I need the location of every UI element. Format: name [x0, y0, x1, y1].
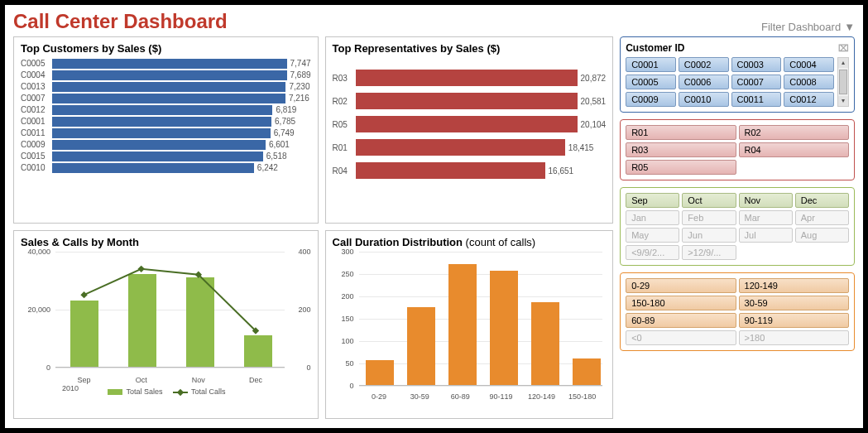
dist-bar [407, 307, 435, 386]
customer-bar-row: C00106,242 [21, 162, 311, 173]
slicer-item[interactable]: 90-119 [739, 313, 849, 328]
customer-bar [52, 152, 263, 161]
rep-bar-label: R03 [333, 74, 356, 83]
dist-axis-tick: 100 [333, 337, 357, 345]
slicer-item[interactable]: C0002 [679, 57, 729, 72]
combo-category-label: Dec [227, 376, 284, 384]
duration-slicer: 0-29120-149150-18030-5960-8990-119<0>180 [620, 272, 855, 351]
customer-bar-value: 6,749 [274, 128, 295, 137]
sales-calls-title: Sales & Calls by Month [21, 236, 311, 248]
slicer-item[interactable]: R04 [739, 142, 849, 157]
dist-axis-tick: 150 [333, 315, 357, 323]
dist-axis-tick: 0 [333, 382, 357, 390]
rep-bar-label: R04 [333, 166, 356, 176]
slicer-item[interactable]: Jul [739, 228, 793, 243]
slicer-item[interactable]: Jan [626, 210, 679, 225]
slicer-item[interactable]: C0010 [679, 92, 729, 107]
slicer-item[interactable]: 30-59 [739, 296, 849, 310]
slicer-item[interactable]: May [626, 228, 679, 243]
top-customers-panel: Top Customers by Sales ($) C00057,747C00… [13, 36, 319, 224]
slicer-item[interactable]: R03 [626, 142, 736, 157]
slicer-item[interactable]: C0007 [731, 75, 782, 89]
slicer-item[interactable]: Oct [682, 193, 736, 208]
slicer-item[interactable]: 120-149 [739, 278, 849, 293]
customer-bar-row: C00077,216 [21, 93, 311, 103]
dist-bar [573, 358, 601, 385]
slicer-item[interactable]: Dec [795, 193, 849, 208]
slicer-item[interactable]: 0-29 [626, 278, 736, 293]
page-title: Call Center Dashboard [13, 10, 228, 33]
slicer-item[interactable]: Sep [626, 193, 679, 208]
dist-category-label: 60-89 [440, 392, 481, 401]
slicer-item[interactable]: C0012 [784, 92, 834, 107]
scroll-up-icon[interactable]: ▴ [838, 58, 848, 68]
rep-bar-row: R0118,415 [333, 139, 607, 156]
slicer-item[interactable]: Nov [739, 193, 793, 208]
customer-bar-value: 6,601 [269, 140, 290, 149]
rep-bar-value: 20,872 [581, 74, 607, 83]
dist-axis-tick: 250 [333, 270, 357, 278]
scroll-thumb[interactable] [839, 70, 847, 94]
slicer-item[interactable]: <0 [626, 330, 736, 345]
rep-bar-row: R0520,104 [333, 116, 607, 132]
slicer-item[interactable]: R02 [739, 125, 849, 140]
clear-filter-icon[interactable]: ⌧ [838, 43, 849, 54]
combo-category-label: Oct [113, 376, 170, 384]
dist-category-label: 150-180 [562, 392, 602, 401]
dist-bar [448, 264, 477, 385]
customer-bar-label: C0011 [21, 128, 52, 137]
axis-tick-right: 200 [286, 306, 311, 314]
slicer-item[interactable]: Apr [795, 210, 849, 225]
rep-bar-label: R05 [333, 120, 356, 129]
slicer-item[interactable]: C0008 [784, 75, 834, 89]
customer-bar [52, 105, 272, 115]
customer-bar [52, 70, 287, 80]
customer-bar-row: C00126,819 [21, 104, 311, 115]
slicer-item[interactable]: C0001 [626, 57, 676, 72]
slicer-item[interactable]: >12/9/... [682, 245, 736, 260]
axis-tick-left: 40,000 [21, 248, 54, 256]
customer-scrollbar[interactable]: ▴ ▾ [837, 57, 849, 107]
customer-bar-row: C00096,601 [21, 139, 311, 150]
duration-panel: Call Duration Distribution (count of cal… [325, 230, 614, 419]
customer-bar-row: C00116,749 [21, 127, 311, 138]
customer-bar-row: C00137,230 [21, 81, 311, 92]
slicer-item[interactable]: R01 [626, 125, 736, 140]
slicer-item[interactable]: C0011 [731, 92, 782, 107]
customer-bar [52, 117, 271, 127]
customer-slicer: Customer ID ⌧ C0001C0002C0003C0004C0005C… [620, 36, 855, 113]
slicer-item[interactable]: R05 [626, 160, 736, 175]
filter-dashboard-link[interactable]: Filter Dashboard ▼ [761, 21, 855, 33]
rep-bar-row: R0220,581 [333, 93, 607, 109]
rep-bar-label: R01 [333, 143, 356, 152]
customer-bar-row: C00016,785 [21, 116, 311, 127]
duration-title: Call Duration Distribution (count of cal… [333, 236, 607, 248]
slicer-item[interactable]: >180 [739, 330, 849, 345]
slicer-item[interactable]: Mar [739, 210, 793, 225]
month-slicer: SepOctNovDecJanFebMarAprMayJunJulAug<9/9… [620, 187, 855, 266]
rep-bar [356, 93, 578, 109]
customer-bar-value: 7,230 [289, 82, 309, 91]
slicer-item[interactable]: C0005 [626, 75, 676, 89]
customer-bar-value: 6,785 [275, 117, 295, 126]
axis-tick-left: 20,000 [21, 306, 54, 314]
customer-bar-label: C0009 [21, 140, 52, 149]
rep-bar-value: 18,415 [568, 143, 594, 152]
slicer-item[interactable]: Jun [682, 228, 736, 243]
slicer-item[interactable]: C0004 [784, 57, 834, 72]
slicer-item[interactable]: 150-180 [626, 296, 736, 310]
rep-bar-value: 20,581 [581, 97, 607, 106]
rep-bar [356, 116, 578, 132]
scroll-down-icon[interactable]: ▾ [838, 96, 848, 106]
slicer-item[interactable]: Feb [682, 210, 736, 225]
rep-bar-row: R0320,872 [333, 70, 607, 86]
slicer-item[interactable]: C0006 [679, 75, 729, 89]
slicer-item[interactable]: <9/9/2... [626, 245, 679, 260]
combo-category-label: Nov [170, 376, 227, 384]
slicer-item[interactable]: 60-89 [626, 313, 736, 328]
slicer-item[interactable]: Aug [795, 228, 849, 243]
dist-axis-tick: 200 [333, 292, 357, 301]
rep-bar-value: 20,104 [581, 120, 607, 129]
slicer-item[interactable]: C0009 [626, 92, 676, 107]
slicer-item[interactable]: C0003 [731, 57, 782, 72]
